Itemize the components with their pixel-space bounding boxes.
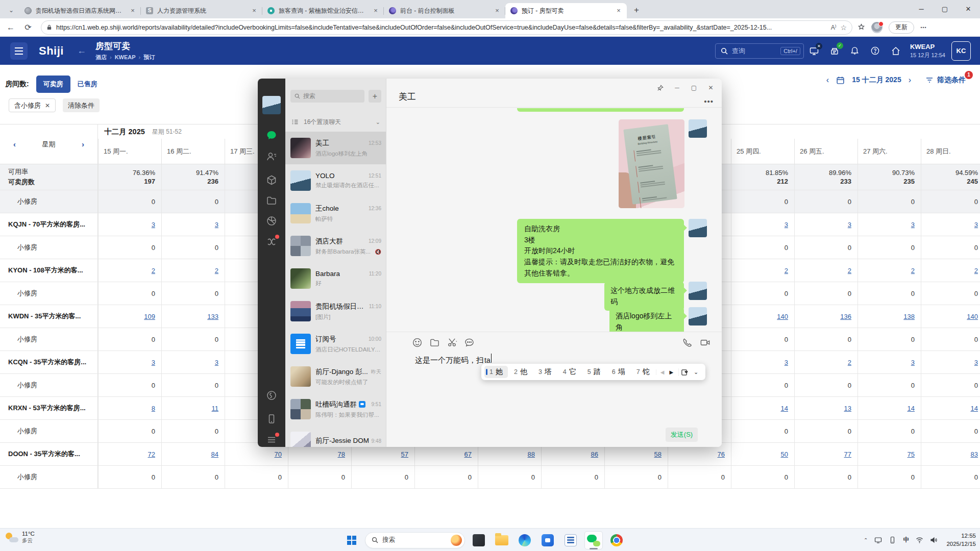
cell-value[interactable]: 58 (654, 450, 662, 458)
chat-list-item[interactable]: 王chole12:36帕萨特 (285, 197, 386, 230)
filter-button[interactable]: 筛选条件 1 (925, 76, 966, 85)
breadcrumb-hotel[interactable]: 酒店 (95, 54, 107, 60)
taskbar-app-edge[interactable] (516, 531, 534, 549)
cell-value[interactable]: 11 (212, 405, 219, 412)
cell-value[interactable]: 14 (908, 405, 915, 412)
refresh-icon[interactable]: ⟳ (21, 21, 35, 34)
cell-value[interactable]: 3 (215, 221, 218, 229)
bell-icon[interactable] (845, 41, 865, 61)
ime-candidate[interactable]: 1她 (484, 366, 508, 378)
avatar[interactable] (689, 219, 707, 237)
ime-candidate[interactable]: 2他 (509, 366, 532, 378)
cell-value[interactable]: 2 (215, 267, 218, 274)
favorites-bar-icon[interactable] (857, 23, 865, 31)
taskbar-app-wechat[interactable] (584, 531, 603, 549)
cell-value[interactable]: 70 (275, 450, 282, 458)
cell-value[interactable]: 140 (967, 313, 978, 320)
self-avatar[interactable] (262, 96, 281, 114)
browser-tab[interactable]: 旅客查询 - 紫楠旅馆业治安信息管× (262, 3, 384, 18)
hamburger-menu-icon[interactable] (10, 42, 28, 60)
ime-collapse-chevron-icon[interactable]: ⌄ (694, 369, 698, 375)
chat-list-item[interactable]: 前厅-Django 彭...昨天可能发的时候点错了 (285, 360, 386, 393)
cell-value[interactable]: 3 (974, 221, 978, 229)
tab-sellable-rooms[interactable]: 可卖房 (36, 76, 70, 93)
hidden-icons-chevron[interactable]: ⌃ (864, 537, 868, 543)
taskbar-app-pos-app[interactable] (561, 531, 580, 549)
ime-prev-page-icon[interactable]: ◀ (660, 369, 665, 375)
cell-value[interactable]: 3 (152, 359, 155, 366)
cell-value[interactable]: 136 (840, 313, 851, 320)
file-icon[interactable] (429, 337, 440, 348)
browser-tab[interactable]: 人力资源管理系统× (141, 3, 262, 18)
chat-list-item[interactable]: 订阅号10:00酒店日记HOTELDAILY: ... (285, 328, 386, 360)
chat-list-item[interactable]: 前厅-Jessie DOM9:48 (285, 425, 386, 447)
cell-value[interactable]: 14 (971, 405, 978, 412)
chat-history-icon[interactable] (464, 337, 475, 348)
prev-week-icon[interactable]: ‹ (13, 140, 16, 148)
taskbar-search-input[interactable]: 搜索 (365, 532, 465, 548)
cell-value[interactable]: 133 (207, 313, 218, 320)
chats-icon[interactable] (266, 130, 277, 141)
conversation-more-icon[interactable]: ••• (704, 97, 714, 106)
cell-value[interactable]: 3 (152, 221, 155, 229)
channels-icon[interactable] (266, 236, 277, 247)
wechat-search-input[interactable]: 搜索 (290, 90, 364, 103)
ime-candidate[interactable]: 5踏 (582, 366, 606, 378)
voice-call-icon[interactable] (682, 337, 693, 348)
new-chat-button[interactable]: + (369, 90, 381, 103)
workstation-icon[interactable]: ✕ (804, 41, 824, 61)
more-icon[interactable] (266, 434, 277, 445)
tab-search-chevron-icon[interactable]: ⌄ (4, 3, 18, 17)
moments-icon[interactable] (266, 215, 277, 227)
cell-value[interactable]: 77 (844, 450, 851, 458)
ime-candidate[interactable]: 3塔 (533, 366, 557, 378)
cell-value[interactable]: 3 (215, 359, 218, 366)
ime-candidate[interactable]: 4它 (558, 366, 581, 378)
start-button[interactable] (343, 532, 360, 549)
cell-value[interactable]: 2 (785, 267, 788, 274)
photo-message[interactable]: 楼层索引 Building Directory (619, 119, 684, 208)
contacts-icon[interactable] (266, 151, 277, 162)
chip-include-repair[interactable]: 含小修房✕ (9, 98, 56, 112)
phone-icon[interactable] (266, 413, 277, 424)
cell-value[interactable]: 76 (718, 450, 725, 458)
row-label[interactable]: KQJN - 70平方米的客房... (0, 213, 98, 236)
close-button[interactable]: ✕ (957, 0, 980, 17)
mini-programs-icon[interactable] (266, 390, 277, 401)
ime-emoji-panel-icon[interactable] (681, 368, 689, 376)
chat-list-item[interactable]: Barbara11:20好 (285, 262, 386, 295)
url-field[interactable]: https://cn1.web.ep.shiji.world/reports/a… (41, 20, 852, 35)
current-date[interactable]: 15 十二月 2025 (852, 76, 901, 85)
ime-candidate[interactable]: 7铊 (631, 366, 655, 378)
cell-value[interactable]: 3 (848, 221, 851, 229)
row-label[interactable]: DOON - 35平方米的客... (0, 443, 98, 465)
ime-indicator[interactable]: 中 (903, 536, 909, 544)
cell-value[interactable]: 78 (338, 450, 345, 458)
tab-close-icon[interactable]: × (250, 7, 258, 15)
maximize-button[interactable]: ▢ (933, 0, 957, 17)
tab-close-icon[interactable]: × (372, 7, 380, 15)
cell-value[interactable]: 109 (144, 313, 155, 320)
taskbar-clock[interactable]: 12:55 2025/12/15 (946, 532, 976, 548)
row-label[interactable]: KRXN - 53平方米的客房... (0, 397, 98, 419)
collections-icon[interactable] (266, 174, 277, 186)
avatar[interactable]: KC (951, 41, 971, 61)
cell-value[interactable]: 67 (464, 450, 472, 458)
wechat-maximize-icon[interactable]: ▢ (688, 83, 700, 93)
pinned-chats-row[interactable]: 16个置顶聊天 ⌄ (285, 115, 386, 129)
chat-list-item[interactable]: 贵阳机场假日酒...11:10[图片] (285, 295, 386, 328)
message-input[interactable]: 这是一个万能码，扫ta (415, 354, 492, 365)
global-search-input[interactable]: 查询 Ctrl+/ (715, 43, 804, 59)
tab-close-icon[interactable]: × (129, 7, 137, 15)
wechat-minimize-icon[interactable]: ─ (671, 83, 683, 93)
cell-value[interactable]: 2 (848, 267, 851, 274)
back-icon[interactable]: ← (4, 21, 17, 34)
row-label[interactable]: KYON - 108平方米的客... (0, 259, 98, 282)
tab-sold-rooms[interactable]: 已售房 (78, 80, 97, 89)
ime-next-page-icon[interactable]: ▶ (669, 369, 673, 375)
chat-list-item[interactable]: YOLO12:51禁止吸烟请勿在酒店任... (285, 164, 386, 197)
tab-close-icon[interactable]: × (615, 7, 623, 15)
avatar[interactable] (689, 282, 707, 300)
cell-value[interactable]: 72 (148, 450, 155, 458)
cell-value[interactable]: 13 (844, 405, 851, 412)
